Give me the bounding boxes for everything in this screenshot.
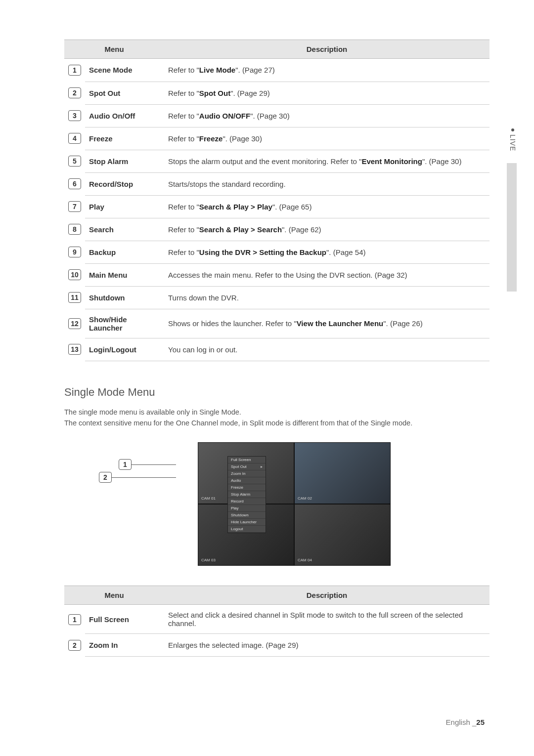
row-number: 3 <box>68 110 81 121</box>
context-menu-item: Freeze <box>228 484 266 491</box>
menu-desc: Refer to "Audio ON/OFF". (Page 30) <box>164 104 490 127</box>
menu-name: Play <box>85 195 164 218</box>
col-menu: Menu <box>64 586 164 605</box>
section-heading: Single Mode Menu <box>64 386 490 399</box>
row-number: 8 <box>68 224 81 235</box>
context-menu-item: Spot Out <box>228 463 266 470</box>
menu-table-main: Menu Description 1Scene ModeRefer to "Li… <box>64 40 490 361</box>
table-row: 1 Full Screen Select and click a desired… <box>64 605 490 634</box>
menu-desc: Starts/stops the standard recording. <box>164 172 490 195</box>
row-number: 6 <box>68 178 81 189</box>
row-number: 1 <box>68 614 81 625</box>
table-row: 3Audio On/OffRefer to "Audio ON/OFF". (P… <box>64 104 490 127</box>
context-menu-item: Shutdown <box>228 512 266 519</box>
menu-name: Record/Stop <box>85 172 164 195</box>
side-thumb-index <box>507 163 517 292</box>
menu-desc: Stops the alarm output and the event mon… <box>164 150 490 172</box>
context-menu-item: Logout <box>228 526 266 533</box>
menu-desc: Turns down the DVR. <box>164 286 490 309</box>
table-row: 2 Zoom In Enlarges the selected image. (… <box>64 634 490 657</box>
single-mode-figure: 1 2 2011-01-01 01:10:25 CAM 01 CAM 02 CA… <box>163 442 391 566</box>
menu-desc: Refer to "Search & Play > Play". (Page 6… <box>164 195 490 218</box>
table-row: 8SearchRefer to "Search & Play > Search"… <box>64 218 490 241</box>
callout-1: 1 <box>119 459 176 470</box>
col-desc: Description <box>164 586 490 605</box>
menu-desc: Select and click a desired channel in Sp… <box>164 605 490 634</box>
menu-name: Backup <box>85 241 164 263</box>
context-menu-item: Record <box>228 498 266 505</box>
row-number: 13 <box>68 344 81 355</box>
table-row: 1Scene ModeRefer to "Live Mode". (Page 2… <box>64 59 490 82</box>
col-desc: Description <box>164 40 490 59</box>
menu-name: Full Screen <box>85 605 164 634</box>
side-tab-label: LIVE <box>509 134 517 151</box>
row-number: 1 <box>68 65 81 76</box>
row-number: 9 <box>68 247 81 257</box>
row-number: 12 <box>68 318 81 329</box>
table-row: 10Main MenuAccesses the main menu. Refer… <box>64 263 490 286</box>
row-number: 10 <box>68 269 81 280</box>
menu-desc: Refer to "Live Mode". (Page 27) <box>164 59 490 82</box>
menu-desc: Refer to "Spot Out". (Page 29) <box>164 82 490 104</box>
table-row: 7PlayRefer to "Search & Play > Play". (P… <box>64 195 490 218</box>
table-row: 12Show/Hide LauncherShows or hides the l… <box>64 309 490 338</box>
table-row: 6Record/StopStarts/stops the standard re… <box>64 172 490 195</box>
menu-name: Stop Alarm <box>85 150 164 172</box>
table-row: 11ShutdownTurns down the DVR. <box>64 286 490 309</box>
callout-2: 2 <box>99 472 176 483</box>
menu-desc: Refer to "Search & Play > Search". (Page… <box>164 218 490 241</box>
row-number: 11 <box>68 292 81 303</box>
table-row: 5Stop AlarmStops the alarm output and th… <box>64 150 490 172</box>
row-number: 2 <box>68 87 81 98</box>
dvr-preview: 2011-01-01 01:10:25 CAM 01 CAM 02 CAM 03… <box>198 442 391 566</box>
context-menu-item: Zoom In <box>228 470 266 477</box>
bullet-icon <box>511 128 514 131</box>
page-footer: English _25 <box>446 718 485 726</box>
table-row: 4FreezeRefer to "Freeze". (Page 30) <box>64 127 490 150</box>
menu-desc: Accesses the main menu. Refer to the Usi… <box>164 263 490 286</box>
row-number: 7 <box>68 201 81 212</box>
menu-desc: Refer to "Using the DVR > Setting the Ba… <box>164 241 490 263</box>
menu-name: Search <box>85 218 164 241</box>
menu-name: Scene Mode <box>85 59 164 82</box>
context-menu-item: Play <box>228 505 266 512</box>
context-menu: Full ScreenSpot OutZoom InAudioFreezeSto… <box>227 456 266 533</box>
menu-desc: Shows or hides the launcher. Refer to "V… <box>164 309 490 338</box>
menu-table-single: Menu Description 1 Full Screen Select an… <box>64 586 490 657</box>
menu-name: Audio On/Off <box>85 104 164 127</box>
table-row: 13Login/LogoutYou can log in or out. <box>64 338 490 361</box>
side-tab: LIVE <box>509 128 517 151</box>
menu-name: Zoom In <box>85 634 164 657</box>
menu-name: Shutdown <box>85 286 164 309</box>
menu-desc: Enlarges the selected image. (Page 29) <box>164 634 490 657</box>
context-menu-item: Full Screen <box>228 457 266 463</box>
col-menu: Menu <box>64 40 164 59</box>
row-number: 5 <box>68 156 81 167</box>
menu-name: Show/Hide Launcher <box>85 309 164 338</box>
table-row: 9BackupRefer to "Using the DVR > Setting… <box>64 241 490 263</box>
menu-name: Spot Out <box>85 82 164 104</box>
menu-desc: Refer to "Freeze". (Page 30) <box>164 127 490 150</box>
context-menu-item: Audio <box>228 477 266 484</box>
row-number: 2 <box>68 640 81 651</box>
intro-text: The single mode menu is available only i… <box>64 407 490 429</box>
row-number: 4 <box>68 133 81 144</box>
context-menu-item: Hide Launcher <box>228 519 266 526</box>
menu-name: Login/Logout <box>85 338 164 361</box>
menu-desc: You can log in or out. <box>164 338 490 361</box>
menu-name: Freeze <box>85 127 164 150</box>
table-row: 2Spot OutRefer to "Spot Out". (Page 29) <box>64 82 490 104</box>
context-menu-item: Stop Alarm <box>228 491 266 498</box>
menu-name: Main Menu <box>85 263 164 286</box>
